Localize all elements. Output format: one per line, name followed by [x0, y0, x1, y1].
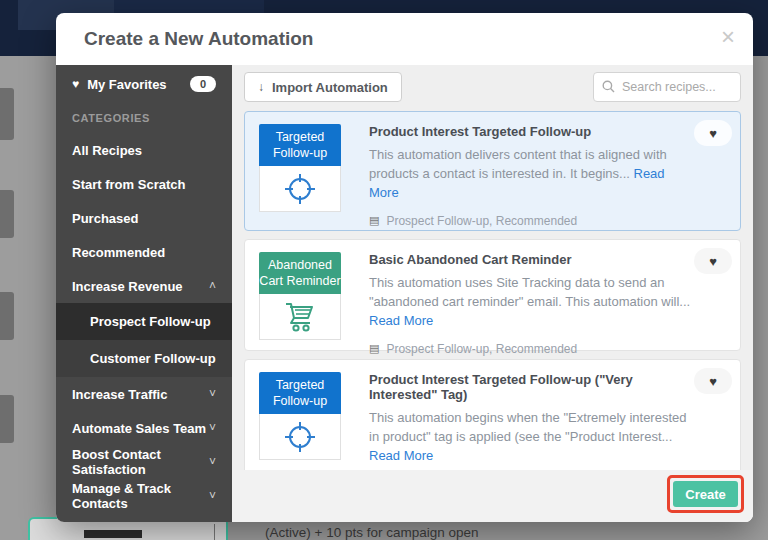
sidebar-item-increase-revenue[interactable]: Increase Revenue ˄ [56, 269, 232, 303]
heart-icon: ♥ [709, 254, 717, 269]
sidebar-item-label: Manage & Track Contacts [72, 481, 209, 511]
create-button-highlight: Create [667, 475, 744, 513]
background-table-divider [214, 524, 215, 540]
sidebar-item-purchased[interactable]: Purchased [56, 201, 232, 235]
chevron-up-icon: ˄ [209, 279, 216, 293]
recipe-card-product-interest-targeted-follow-up[interactable]: Targeted Follow-up [244, 111, 741, 231]
import-automation-label: Import Automation [272, 80, 388, 95]
recipe-badge: Targeted Follow-up [259, 124, 341, 166]
background-table-cell [84, 530, 142, 538]
search-icon [602, 80, 615, 93]
recipe-description-text: This automation begins when the "Extreme… [369, 410, 687, 444]
recipe-thumbnail: Targeted Follow-up [259, 124, 341, 212]
sidebar-item-label: Increase Traffic [72, 387, 167, 402]
search-input[interactable] [593, 72, 741, 102]
favorite-toggle[interactable]: ♥ [694, 120, 732, 146]
recipe-badge: Abandoned Cart Reminder [259, 252, 341, 294]
sidebar-subitem-label: Prospect Follow-up [90, 314, 211, 329]
recipe-description: This automation uses Site Tracking data … [369, 274, 692, 331]
recipe-list-panel: ↓ Import Automation Targeted Follow-up [232, 65, 753, 522]
recipe-title: Product Interest Targeted Follow-up [369, 124, 692, 139]
recipe-card-basic-abandoned-cart-reminder[interactable]: Abandoned Cart Reminder [244, 239, 741, 351]
recipe-description-text: This automation uses Site Tracking data … [369, 275, 690, 309]
sidebar-item-manage-track-contacts[interactable]: Manage & Track Contacts ˅ [56, 479, 232, 513]
search-recipes-field [593, 72, 741, 102]
favorite-toggle[interactable]: ♥ [694, 248, 732, 274]
sidebar-item-increase-traffic[interactable]: Increase Traffic ˅ [56, 377, 232, 411]
favorite-toggle[interactable]: ♥ [694, 368, 732, 394]
category-icon: ▤ [369, 343, 379, 354]
chevron-down-icon: ˅ [209, 387, 216, 401]
create-button[interactable]: Create [673, 481, 738, 507]
recipe-card-product-interest-very-interested[interactable]: Targeted Follow-up [244, 359, 741, 479]
background-table-text: (Active) + 10 pts for campaign open [265, 525, 479, 540]
badge-line: Cart Reminder [259, 273, 340, 289]
badge-line: Follow-up [273, 145, 327, 161]
favorites-count-badge: 0 [190, 76, 216, 92]
chevron-down-icon: ˅ [209, 489, 216, 503]
category-sidebar: ♥ My Favorites 0 CATEGORIES All Recipes … [56, 65, 232, 522]
badge-line: Targeted [276, 377, 325, 393]
sidebar-item-label: Start from Scratch [72, 177, 185, 192]
sidebar-item-label: Recommended [72, 245, 165, 260]
categories-heading: CATEGORIES [56, 103, 232, 133]
recipe-thumbnail: Abandoned Cart Reminder [259, 252, 341, 340]
background-sidebar-item [0, 292, 14, 340]
cart-icon [282, 300, 318, 334]
recipe-description-text: This automation delivers content that is… [369, 147, 667, 181]
category-icon: ▤ [369, 215, 379, 226]
sidebar-subitem-customer-follow-up[interactable]: Customer Follow-up [56, 340, 232, 377]
close-icon[interactable]: × [721, 21, 735, 52]
recipe-thumbnail: Targeted Follow-up [259, 372, 341, 460]
recipe-description: This automation begins when the "Extreme… [369, 409, 692, 466]
badge-line: Targeted [276, 129, 325, 145]
sidebar-item-start-from-scratch[interactable]: Start from Scratch [56, 167, 232, 201]
sidebar-item-boost-contact-satisfaction[interactable]: Boost Contact Satisfaction ˅ [56, 445, 232, 479]
recipe-description: This automation delivers content that is… [369, 146, 692, 203]
recipe-tags: ▤ Prospect Follow-up, Recommended [369, 214, 692, 228]
chevron-down-icon: ˅ [209, 421, 216, 435]
recipe-tags: ▤ Prospect Follow-up, Recommended [369, 342, 692, 356]
create-automation-modal: Create a New Automation × ♥ My Favorites… [56, 13, 753, 522]
sidebar-item-label: Boost Contact Satisfaction [72, 447, 209, 477]
background-sidebar-item [0, 88, 14, 140]
chevron-down-icon: ˅ [209, 455, 216, 469]
favorites-label: My Favorites [87, 77, 166, 92]
increase-revenue-subsection: Prospect Follow-up Customer Follow-up [56, 303, 232, 377]
sidebar-item-automate-sales-team[interactable]: Automate Sales Team ˅ [56, 411, 232, 445]
recipe-badge: Targeted Follow-up [259, 372, 341, 414]
target-icon [281, 418, 319, 456]
badge-line: Follow-up [273, 393, 327, 409]
heart-icon: ♥ [709, 126, 717, 141]
recipe-title: Product Interest Targeted Follow-up ("Ve… [369, 372, 692, 402]
sidebar-item-label: Automate Sales Team [72, 421, 206, 436]
modal-title: Create a New Automation [84, 28, 313, 50]
recipe-tags-text: Prospect Follow-up, Recommended [386, 342, 577, 356]
badge-line: Abandoned [268, 257, 332, 273]
background-sidebar-item [0, 190, 14, 238]
heart-icon: ♥ [709, 374, 717, 389]
heart-icon: ♥ [72, 78, 79, 90]
sidebar-item-all-recipes[interactable]: All Recipes [56, 133, 232, 167]
recipe-card-list: Targeted Follow-up [244, 111, 741, 487]
target-icon [281, 170, 319, 208]
recipe-title: Basic Abandoned Cart Reminder [369, 252, 692, 267]
read-more-link[interactable]: Read More [369, 448, 433, 463]
sidebar-subitem-label: Customer Follow-up [90, 351, 216, 366]
import-automation-button[interactable]: ↓ Import Automation [244, 72, 402, 102]
sidebar-item-label: All Recipes [72, 143, 142, 158]
modal-footer: Create [232, 470, 753, 522]
sidebar-item-recommended[interactable]: Recommended [56, 235, 232, 269]
background-sidebar-item [0, 395, 14, 443]
recipe-tags-text: Prospect Follow-up, Recommended [386, 214, 577, 228]
download-arrow-icon: ↓ [258, 80, 264, 94]
sidebar-subitem-prospect-follow-up[interactable]: Prospect Follow-up [56, 303, 232, 340]
sidebar-item-label: Purchased [72, 211, 138, 226]
read-more-link[interactable]: Read More [369, 313, 433, 328]
sidebar-item-label: Increase Revenue [72, 279, 183, 294]
sidebar-item-my-favorites[interactable]: ♥ My Favorites 0 [56, 65, 232, 103]
screen: (Active) + 10 pts for campaign open Crea… [0, 0, 768, 540]
